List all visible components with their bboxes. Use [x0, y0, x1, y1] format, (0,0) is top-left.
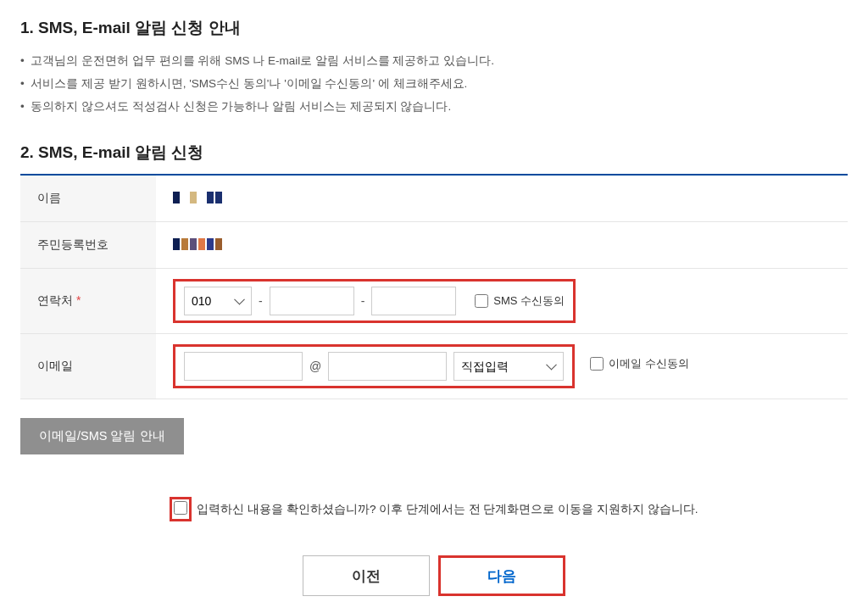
- sms-consent-label: SMS 수신동의: [493, 293, 565, 309]
- redacted-rrn: [173, 238, 222, 250]
- confirm-checkbox[interactable]: [174, 501, 187, 515]
- email-consent-checkbox[interactable]: [590, 357, 604, 371]
- redacted-name: [173, 192, 222, 203]
- email-domain-input[interactable]: [328, 352, 447, 381]
- email-domain-select[interactable]: 직접입력: [453, 352, 564, 381]
- required-mark: *: [76, 293, 81, 307]
- sms-consent-wrap[interactable]: SMS 수신동의: [475, 293, 565, 309]
- email-consent-label: 이메일 수신동의: [609, 356, 689, 371]
- phone-prefix-wrap: 010: [184, 287, 252, 315]
- info-button[interactable]: 이메일/SMS 알림 안내: [20, 418, 184, 454]
- section1-title: 1. SMS, E-mail 알림 신청 안내: [20, 17, 848, 39]
- section2-title: 2. SMS, E-mail 알림 신청: [20, 142, 848, 164]
- confirm-checkbox-highlight: [170, 497, 192, 521]
- section1-bullets: 고객님의 운전면허 업무 편의를 위해 SMS 나 E-mail로 알림 서비스…: [20, 49, 848, 118]
- value-name: [156, 176, 848, 222]
- label-phone: 연락처 *: [20, 269, 156, 334]
- prev-button[interactable]: 이전: [303, 555, 430, 596]
- email-consent-wrap[interactable]: 이메일 수신동의: [590, 356, 689, 371]
- form-table: 이름 주민등록번호 연락처 * 010 -: [20, 176, 848, 399]
- phone-part2-input[interactable]: [371, 287, 456, 315]
- sms-consent-checkbox[interactable]: [475, 294, 488, 308]
- email-local-input[interactable]: [184, 352, 303, 381]
- at-sign: @: [309, 360, 321, 373]
- label-name: 이름: [20, 176, 156, 222]
- email-domain-select-wrap: 직접입력: [453, 352, 564, 381]
- value-phone: 010 - - SMS 수신동의: [156, 269, 848, 334]
- label-rrn: 주민등록번호: [20, 222, 156, 269]
- bullet-item: 동의하지 않으셔도 적성검사 신청은 가능하나 알림 서비스는 제공되지 않습니…: [20, 95, 848, 118]
- separator: -: [259, 294, 263, 308]
- separator: -: [361, 294, 365, 308]
- confirm-row: 입력하신 내용을 확인하셨습니까? 이후 단계에서는 전 단계화면으로 이동을 …: [20, 497, 848, 521]
- confirm-text: 입력하신 내용을 확인하셨습니까? 이후 단계에서는 전 단계화면으로 이동을 …: [197, 502, 698, 517]
- phone-prefix-select[interactable]: 010: [184, 287, 252, 315]
- value-email: @ 직접입력 이메일 수신동의: [156, 334, 848, 399]
- nav-buttons: 이전 다음: [20, 555, 848, 596]
- bullet-item: 고객님의 운전면허 업무 편의를 위해 SMS 나 E-mail로 알림 서비스…: [20, 49, 848, 72]
- email-highlight: @ 직접입력: [173, 344, 575, 388]
- phone-highlight: 010 - - SMS 수신동의: [173, 279, 576, 323]
- label-email: 이메일: [20, 334, 156, 399]
- phone-label-text: 연락처: [37, 293, 73, 307]
- next-button[interactable]: 다음: [438, 555, 565, 596]
- value-rrn: [156, 222, 848, 269]
- bullet-item: 서비스를 제공 받기 원하시면, 'SMS수신 동의'나 '이메일 수신동의' …: [20, 72, 848, 95]
- phone-part1-input[interactable]: [270, 287, 354, 315]
